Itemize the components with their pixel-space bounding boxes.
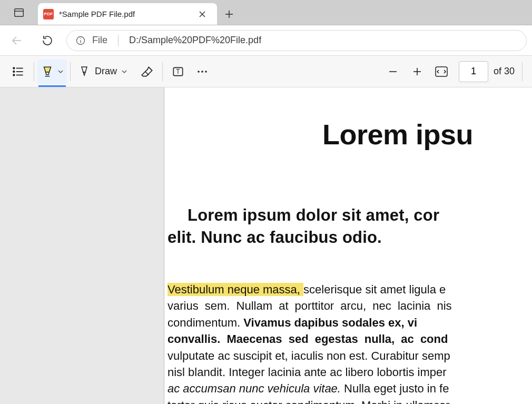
pdf-toolbar: Draw T <box>0 56 532 87</box>
scheme-label: File <box>92 35 107 46</box>
pdf-content-area: Lorem ipsu Lorem ipsum dolor sit amet, c… <box>0 87 532 404</box>
new-tab-button[interactable] <box>217 3 241 25</box>
document-subtitle: Lorem ipsum dolor sit amet, cor elit. Nu… <box>168 204 532 249</box>
svg-line-17 <box>145 72 149 75</box>
tab-close-button[interactable] <box>195 7 210 22</box>
svg-point-22 <box>205 71 207 73</box>
info-icon <box>75 35 86 46</box>
refresh-icon <box>41 34 54 47</box>
address-bar: File D:/Sample%20PDF%20File.pdf <box>0 25 532 56</box>
svg-point-14 <box>13 74 15 76</box>
svg-point-10 <box>13 67 15 69</box>
page-total: of 30 <box>494 66 515 77</box>
address-separator <box>118 35 119 46</box>
thumbnail-pane[interactable] <box>0 87 164 404</box>
svg-point-21 <box>201 71 203 73</box>
svg-point-12 <box>13 71 15 72</box>
zoom-out-button[interactable] <box>381 60 405 84</box>
document-paragraph: Vestibulum neque massa, scelerisque sit … <box>168 281 532 404</box>
highlight-button[interactable] <box>37 60 67 84</box>
toolbar-separator <box>522 62 523 81</box>
windows-panel-icon <box>13 7 25 18</box>
toolbar-separator <box>70 62 71 81</box>
svg-point-9 <box>80 38 81 39</box>
chevron-down-icon <box>57 68 64 75</box>
page-number-input[interactable] <box>459 61 488 82</box>
chevron-down-icon <box>121 68 127 75</box>
browser-tabstrip: PDF *Sample PDF File.pdf <box>0 0 532 25</box>
plus-icon <box>224 9 234 19</box>
pdf-page: Lorem ipsu Lorem ipsum dolor sit amet, c… <box>164 87 532 404</box>
draw-button[interactable]: Draw <box>74 65 132 78</box>
minus-icon <box>388 66 398 77</box>
tab-title: *Sample PDF File.pdf <box>59 9 135 18</box>
erase-button[interactable] <box>135 60 159 84</box>
svg-rect-0 <box>15 8 24 16</box>
close-icon <box>199 11 206 18</box>
more-horizontal-icon <box>196 65 209 78</box>
text-box-icon: T <box>171 65 185 78</box>
contents-button[interactable] <box>6 60 31 84</box>
active-tab[interactable]: PDF *Sample PDF File.pdf <box>38 3 217 25</box>
url-path: D:/Sample%20PDF%20File.pdf <box>129 35 261 46</box>
list-icon <box>12 65 25 78</box>
back-button[interactable] <box>5 29 28 52</box>
fit-width-icon <box>435 66 448 77</box>
document-title: Lorem ipsu <box>322 118 532 151</box>
refresh-button[interactable] <box>36 29 59 52</box>
toolbar-separator <box>34 62 34 81</box>
url-field[interactable]: File D:/Sample%20PDF%20File.pdf <box>66 30 527 51</box>
fit-page-button[interactable] <box>429 60 454 84</box>
svg-text:T: T <box>176 68 180 75</box>
arrow-left-icon <box>11 34 23 47</box>
pdf-favicon: PDF <box>43 9 54 19</box>
svg-point-20 <box>198 71 200 73</box>
more-button[interactable] <box>190 60 214 84</box>
draw-label: Draw <box>95 66 117 77</box>
toolbar-separator <box>162 62 163 81</box>
highlighter-icon <box>41 65 54 78</box>
tab-overview-button[interactable] <box>0 0 38 25</box>
pen-icon <box>78 65 91 78</box>
eraser-icon <box>140 65 154 78</box>
plus-icon <box>412 66 422 77</box>
page-viewport[interactable]: Lorem ipsu Lorem ipsum dolor sit amet, c… <box>164 87 532 404</box>
read-aloud-button[interactable]: T <box>166 60 190 84</box>
zoom-in-button[interactable] <box>405 60 429 84</box>
highlighted-text: Vestibulum neque massa, <box>168 283 303 296</box>
